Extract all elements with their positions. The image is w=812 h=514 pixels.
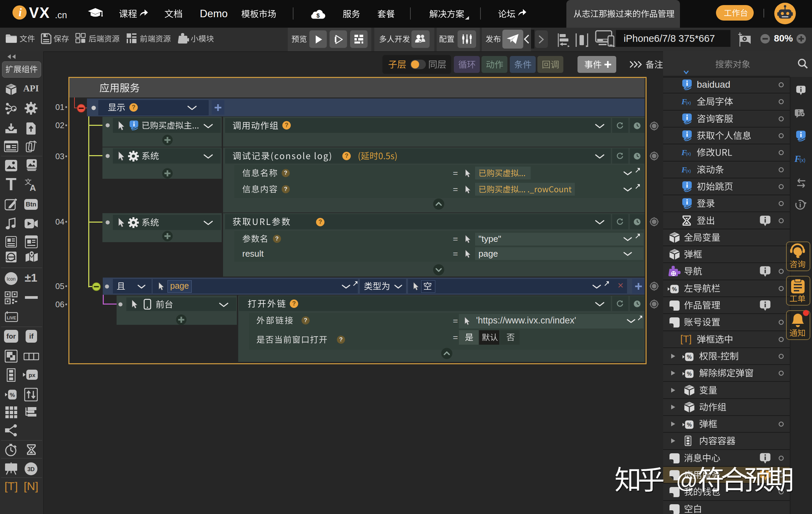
- svg-text:3D: 3D: [27, 466, 35, 472]
- svg-text:(x): (x): [686, 168, 691, 173]
- svg-text:?: ?: [318, 219, 322, 225]
- svg-text:%: %: [672, 286, 677, 292]
- svg-text:%: %: [10, 392, 15, 398]
- svg-text:(x): (x): [800, 157, 806, 163]
- svg-text:px: px: [29, 372, 35, 378]
- svg-text:?: ?: [292, 300, 296, 307]
- svg-text:?: ?: [304, 317, 307, 323]
- svg-text:(x): (x): [686, 101, 691, 106]
- svg-text:?: ?: [275, 236, 279, 242]
- svg-text:?: ?: [345, 153, 348, 159]
- svg-text:?: ?: [339, 336, 343, 343]
- svg-text:$: $: [316, 12, 320, 19]
- svg-text:%: %: [687, 371, 692, 377]
- svg-text:LIVE: LIVE: [7, 316, 16, 320]
- svg-text:?: ?: [285, 122, 288, 129]
- svg-text:?: ?: [284, 186, 287, 192]
- svg-text:i: i: [19, 6, 22, 19]
- svg-text:?: ?: [284, 170, 287, 176]
- svg-text:(x): (x): [686, 151, 691, 156]
- svg-text:?: ?: [132, 104, 136, 111]
- svg-text:Icon: Icon: [7, 276, 16, 281]
- svg-text:%: %: [687, 354, 692, 360]
- svg-text:%: %: [687, 422, 692, 428]
- svg-text:A: A: [30, 183, 36, 192]
